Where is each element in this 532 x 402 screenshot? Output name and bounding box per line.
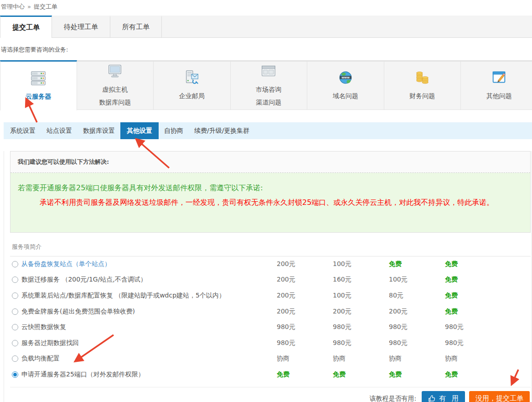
price-cell: 免费 xyxy=(445,260,501,268)
business-categories: 云服务器 虚拟主机 数据库问题 企业邮局 市场咨询 渠道问题 域名问题 财务问题… xyxy=(0,60,532,110)
browser-icon xyxy=(260,63,277,80)
radio-button[interactable] xyxy=(12,292,18,299)
advice-body: 若需要开通服务器25端口使服务器具有对外发送邮件权限，需遵守以下承诺: 承诺不利… xyxy=(10,173,530,232)
category-label: 企业邮局 xyxy=(179,90,205,102)
price-cell: 980元 xyxy=(445,323,501,331)
category-label: 其他问题 xyxy=(486,90,512,102)
useful-button[interactable]: 有 用 xyxy=(422,391,465,402)
service-label[interactable]: 从备份盘恢复站点（单个站点） xyxy=(21,260,111,268)
port25-commitment: 承诺不利用贵司服务器及网络发送垃圾邮件，一经发现，贵司有权无条件永久封锁25端口… xyxy=(18,197,523,209)
radio-button[interactable] xyxy=(12,277,18,283)
subtab-label: 其他设置 xyxy=(127,127,152,135)
category-card[interactable]: 虚拟主机 数据库问题 xyxy=(77,60,154,110)
port25-notice: 若需要开通服务器25端口使服务器具有对外发送邮件权限，需遵守以下承诺: xyxy=(18,183,523,194)
thumb-up-icon xyxy=(428,395,436,402)
feedback-bar: 该教程是否有用: 有 用 没用，提交工单 xyxy=(10,387,531,402)
subtab[interactable]: 续费/升级/更换集群 xyxy=(189,122,255,139)
service-label[interactable]: 申请开通服务器25端口（对外发邮件权限） xyxy=(21,371,145,379)
radio-button[interactable] xyxy=(12,371,18,378)
price-cell: 980元 xyxy=(277,339,333,347)
price-cell: 协商 xyxy=(333,355,389,363)
tab[interactable]: 所有工单 xyxy=(110,16,162,37)
price-cell: 免费 xyxy=(333,371,389,379)
service-label[interactable]: 数据迁移服务 （200元/1G/站点,不含调试） xyxy=(21,276,147,284)
service-table-header: 服务项简介 xyxy=(10,239,531,256)
price-cell: 980元 xyxy=(389,339,445,347)
server-stack-icon xyxy=(30,69,47,87)
advice-box: 我们建议您可以使用以下方法解决: 若需要开通服务器25端口使服务器具有对外发送邮… xyxy=(10,151,531,233)
tab-label: 待处理工单 xyxy=(64,23,98,31)
radio-button[interactable] xyxy=(12,355,18,362)
topic-subtabs: 系统设置站点设置数据库设置其他设置自协商续费/升级/更换集群 xyxy=(4,122,532,139)
category-label: 市场咨询 渠道问题 xyxy=(256,84,281,109)
tab-label: 所有工单 xyxy=(122,23,150,31)
category-card[interactable]: 企业邮局 xyxy=(154,60,231,110)
price-cell: 200元 xyxy=(277,276,333,284)
subtab-label: 自协商 xyxy=(164,127,183,135)
category-card[interactable]: 财务问题 xyxy=(384,60,461,110)
content-panel: 我们建议您可以使用以下方法解决: 若需要开通服务器25端口使服务器具有对外发送邮… xyxy=(4,151,532,402)
price-cell: 免费 xyxy=(445,371,501,379)
radio-button[interactable] xyxy=(12,261,18,267)
mail-server-icon xyxy=(183,69,201,86)
monitor-icon xyxy=(106,63,124,80)
useless-submit-ticket-button[interactable]: 没用，提交工单 xyxy=(469,391,530,402)
column-header-item: 服务项简介 xyxy=(12,243,279,251)
business-select-prompt: 请选择您需要咨询的业务: xyxy=(1,46,532,54)
category-card[interactable]: 云服务器 xyxy=(0,60,77,110)
service-row: 负载均衡配置 协商协商协商协商 xyxy=(10,351,531,367)
price-cell: 200元 xyxy=(277,260,333,268)
subtab-label: 站点设置 xyxy=(46,127,72,135)
subtab-label: 数据库设置 xyxy=(83,127,115,135)
subtab[interactable]: 自协商 xyxy=(159,122,189,139)
ticket-tabbar: 提交工单待处理工单所有工单 xyxy=(0,16,532,38)
breadcrumb: 管理中心»提交工单 xyxy=(0,0,532,11)
breadcrumb-section[interactable]: 管理中心 xyxy=(1,3,25,10)
service-label[interactable]: 负载均衡配置 xyxy=(21,355,60,363)
breadcrumb-separator: » xyxy=(27,3,31,10)
subtab[interactable]: 系统设置 xyxy=(5,122,41,139)
price-cell: 200元 xyxy=(277,292,333,300)
subtab[interactable]: 站点设置 xyxy=(41,122,77,139)
radio-button[interactable] xyxy=(12,324,18,330)
service-label[interactable]: 系统重装后站点/数据库配置恢复 （限建站助手或wdcp建站，5个以内） xyxy=(21,292,225,300)
coins-icon xyxy=(413,69,431,86)
price-cell: 免费 xyxy=(445,308,501,316)
price-cell: 100元 xyxy=(333,260,389,268)
service-label[interactable]: 服务器过期数据找回 xyxy=(21,339,79,347)
tab-label: 提交工单 xyxy=(12,23,40,32)
category-label: 虚拟主机 数据库问题 xyxy=(99,84,131,109)
subtab[interactable]: 其他设置 xyxy=(120,122,159,139)
service-label[interactable]: 免费金牌服务(超出免费范围会单独收费) xyxy=(21,308,135,316)
service-row: 服务器过期数据找回 980元980元980元980元 xyxy=(10,335,531,351)
price-cell: 100元 xyxy=(389,276,445,284)
tab[interactable]: 待处理工单 xyxy=(52,16,110,37)
service-table: 服务项简介 从备份盘恢复站点（单个站点） 200元100元免费免费 数据迁移服务… xyxy=(10,239,531,383)
category-card[interactable]: 域名问题 xyxy=(307,60,384,110)
tab[interactable]: 提交工单 xyxy=(0,16,52,38)
service-row: 云快照数据恢复 980元980元980元980元 xyxy=(10,319,531,335)
service-row: 从备份盘恢复站点（单个站点） 200元100元免费免费 xyxy=(10,256,531,272)
radio-button[interactable] xyxy=(12,340,18,346)
price-cell: 免费 xyxy=(389,260,445,268)
price-cell: 80元 xyxy=(389,292,445,300)
service-row: 系统重装后站点/数据库配置恢复 （限建站助手或wdcp建站，5个以内） 200元… xyxy=(10,288,531,304)
category-card[interactable]: 其他问题 xyxy=(461,60,532,110)
price-cell: 免费 xyxy=(445,292,501,300)
price-cell: 协商 xyxy=(445,355,501,363)
subtab[interactable]: 数据库设置 xyxy=(77,122,120,139)
radio-button[interactable] xyxy=(12,308,18,315)
price-cell: 免费 xyxy=(277,371,333,379)
breadcrumb-page: 提交工单 xyxy=(34,3,57,10)
service-label[interactable]: 云快照数据恢复 xyxy=(21,323,66,331)
edit-window-icon xyxy=(491,69,508,86)
price-cell: 200元 xyxy=(277,308,333,316)
price-cell: 980元 xyxy=(333,339,389,347)
service-row: 免费金牌服务(超出免费范围会单独收费) 200元200元200元免费 xyxy=(10,303,531,319)
category-label: 云服务器 xyxy=(26,90,51,103)
category-label: 域名问题 xyxy=(333,90,358,102)
category-card[interactable]: 市场咨询 渠道问题 xyxy=(231,60,308,110)
price-cell: 协商 xyxy=(389,355,445,363)
price-cell: 100元 xyxy=(333,292,389,300)
price-cell: 980元 xyxy=(445,339,501,347)
